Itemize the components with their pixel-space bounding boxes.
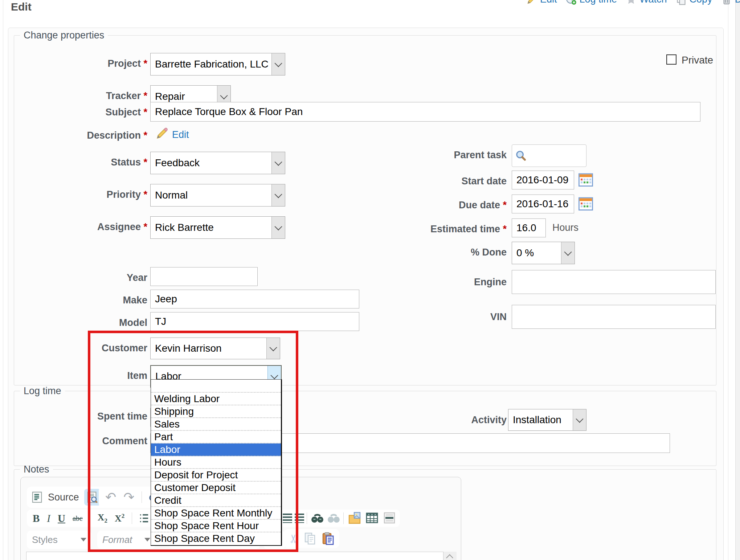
subject-input[interactable]: Replace Torque Box & Floor Pan [150,102,700,122]
notes-legend: Notes [20,464,53,475]
edit-action-link[interactable]: Edit [526,0,557,5]
due-date-input[interactable]: 2016-01-16 [512,195,574,213]
delete-action-link[interactable]: Delete [721,0,740,5]
status-select[interactable]: Feedback [150,152,285,174]
percent-done-label: % Done [370,246,507,258]
spent-time-label: Spent time [22,410,147,422]
pencil-icon[interactable] [155,127,168,140]
dropdown-option[interactable]: Hours [151,456,281,469]
pencil-icon [526,0,537,5]
model-input[interactable]: TJ [150,312,359,331]
chevron-down-icon[interactable] [271,184,285,206]
chevron-down-icon[interactable] [271,152,285,174]
activity-label: Activity [370,414,507,426]
delete-action-label: Delete [735,0,740,5]
comment-label: Comment [22,435,147,447]
page-scrollbar[interactable] [735,0,740,560]
link-icon[interactable] [310,512,324,523]
copy-action-label: Copy [690,0,712,5]
dropdown-option[interactable]: Shop Space Rent Day [151,532,281,545]
priority-select[interactable]: Normal [150,184,285,207]
format-combo-value: Format [102,534,132,545]
justify-block-icon[interactable] [295,514,304,523]
chevron-down-icon[interactable] [271,217,285,238]
strikethrough-icon[interactable]: abc [73,514,83,523]
numbered-list-icon[interactable] [139,514,149,523]
search-icon [515,150,527,162]
unlink-icon[interactable] [327,512,340,523]
customer-select[interactable]: Kevin Harrison [150,338,280,359]
engine-input[interactable] [512,270,716,294]
dropdown-option[interactable]: Shipping [151,405,281,418]
start-date-input[interactable]: 2016-01-09 [512,171,574,189]
log-time-fieldset: Log time [14,385,716,466]
editor-scroll-up-icon[interactable] [443,552,457,560]
calendar-icon[interactable] [578,173,593,187]
watch-action-link[interactable]: Watch [626,0,667,5]
dropdown-option[interactable]: Shop Space Rent Monthly [151,507,281,520]
assignee-select[interactable]: Rick Barrette [150,216,285,239]
content-left-border [3,0,3,560]
estimated-time-input[interactable]: 16.0 [512,218,546,237]
styles-combo[interactable]: Styles [27,531,91,549]
description-edit-link[interactable]: Edit [172,129,189,140]
bold-icon[interactable]: B [33,512,40,524]
copy-doc-icon[interactable] [304,532,316,545]
toolbar-separator [90,512,90,524]
dropdown-option[interactable]: Welding Labor [151,393,281,405]
dropdown-option[interactable]: Part [151,431,281,443]
preview-button[interactable] [84,489,101,506]
context-toolbar: Edit Log time Watch Copy Delete [526,0,740,5]
priority-label: Priority * [22,188,147,201]
parent-task-label: Parent task [370,149,507,161]
log-time-legend: Log time [20,385,65,397]
calendar-icon[interactable] [578,197,593,210]
dropdown-option[interactable]: Sales [151,418,281,431]
due-date-label: Due date * [370,199,507,211]
editor-source-group: Source [27,487,106,508]
status-value: Feedback [151,152,271,174]
notes-content-area[interactable] [26,552,443,560]
undo-icon[interactable]: ↶ [105,492,116,503]
cut-icon[interactable]: ✂ [287,534,301,544]
table-icon[interactable] [365,511,379,525]
make-input[interactable]: Jeep [150,290,359,308]
format-combo[interactable]: Format [97,531,155,549]
vin-input[interactable] [512,305,716,329]
superscript-icon[interactable]: X2 [115,512,124,524]
edit-action-label: Edit [540,0,557,5]
chevron-down-icon[interactable] [271,53,285,75]
chevron-down-icon[interactable] [573,409,586,430]
parent-task-input[interactable] [512,144,586,167]
subscript-icon[interactable]: X2 [98,512,107,524]
paste-icon[interactable] [322,532,334,545]
image-icon[interactable] [348,511,361,525]
dropdown-option[interactable]: Shop Space Rent Hour [151,520,281,532]
dropdown-option[interactable]: Customer Deposit [151,482,281,494]
chevron-down-icon[interactable] [561,242,575,264]
log-time-action-link[interactable]: Log time [566,0,617,5]
issue-edit-page: Edit Log time Watch Copy Delete Edit Cha… [0,0,740,560]
project-select[interactable]: Barrette Fabrication, LLC [150,53,285,75]
year-input[interactable] [150,267,258,286]
copy-action-link[interactable]: Copy [676,0,712,5]
status-label: Status * [22,156,147,168]
priority-value: Normal [151,184,271,206]
dropdown-option[interactable] [151,380,281,393]
source-button[interactable]: Source [48,492,79,503]
log-time-action-label: Log time [580,0,617,5]
dropdown-option-selected[interactable]: Labor [151,443,281,456]
justify-left-icon[interactable] [283,514,292,523]
percent-done-value: 0 % [512,242,561,264]
activity-select[interactable]: Installation [508,409,586,431]
underline-icon[interactable]: U [58,512,65,524]
italic-icon[interactable]: I [47,512,50,524]
customer-value: Kevin Harrison [151,338,266,359]
private-checkbox[interactable] [666,54,676,65]
dropdown-option[interactable]: Credit [151,494,281,507]
percent-done-select[interactable]: 0 % [512,242,575,264]
horizontal-rule-icon[interactable] [383,511,396,525]
dropdown-option[interactable]: Deposit for Project [151,469,281,482]
chevron-down-icon[interactable] [266,338,280,359]
redo-icon[interactable]: ↷ [123,492,134,503]
